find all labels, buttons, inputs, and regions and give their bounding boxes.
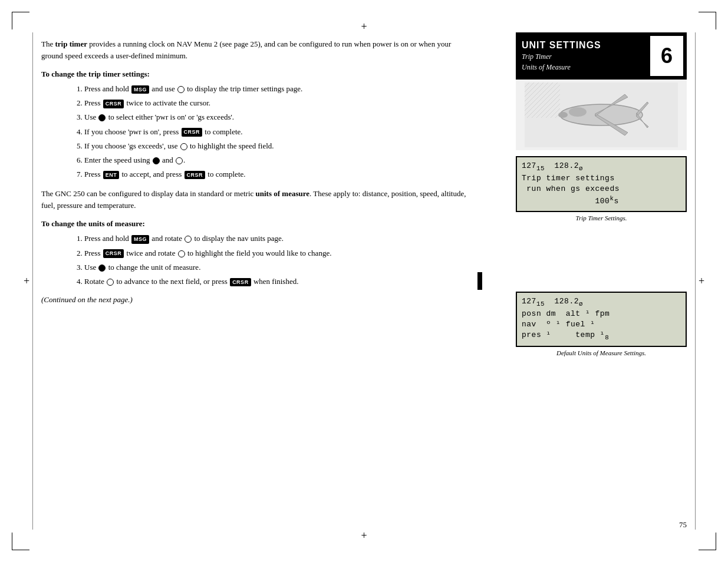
page-container: The trip timer provides a running clock …: [41, 32, 687, 530]
corner-mark-tr: [699, 12, 716, 29]
crosshair-right: [696, 275, 707, 287]
msg-badge-2: MSG: [131, 235, 149, 244]
left-margin-line: [32, 32, 33, 530]
filled-knob-1: [98, 114, 106, 121]
units-screen-container: 12715 128.2ø posn dm alt ¹ fpm nav º ¹ f…: [516, 292, 687, 365]
units-step-1: 1. Press and hold MSG and rotate to disp…: [77, 233, 469, 244]
trip-step-6: 6. Enter the speed using and .: [77, 155, 469, 166]
units-step-2: 2. Press CRSR twice and rotate to highli…: [77, 248, 469, 259]
section-subtitle-line2: Units of Measure: [522, 63, 641, 72]
circle-knob-1: [177, 86, 185, 93]
units-step-3: 3. Use to change the unit of measure.: [77, 262, 469, 273]
circle-knob-5: [178, 250, 185, 257]
units-heading: To change the units of measure:: [41, 219, 469, 229]
circle-knob-3: [176, 157, 183, 164]
crosshair-left: [21, 275, 32, 287]
trip-timer-caption: Trip Timer Settings.: [516, 214, 687, 222]
trip-timer-screen-container: 12715 128.2ø Trip timer settings run whe…: [516, 156, 687, 230]
trip-timer-heading: To change the trip timer settings:: [41, 70, 469, 79]
svg-point-8: [569, 107, 587, 117]
left-side-mark: [477, 272, 482, 290]
unit-settings-title: UNIT SETTINGS: [522, 40, 641, 51]
units-caption: Default Units of Measure Settings.: [516, 349, 687, 356]
crosshair-top: [358, 21, 370, 32]
section-number: 6: [661, 44, 673, 68]
filled-knob-2: [153, 157, 160, 164]
ent-badge: ENT: [103, 171, 120, 180]
trip-step-2: 2. Press CRSR twice to activate the curs…: [77, 98, 469, 108]
units-intro: The GNC 250 can be configured to display…: [41, 188, 469, 211]
page-number: 75: [679, 520, 687, 530]
crsr-badge-5: CRSR: [230, 278, 251, 287]
airplane-area: [516, 80, 687, 150]
continued-note: (Continued on the next page.): [41, 295, 469, 305]
corner-mark-tl: [12, 12, 29, 29]
trip-step-5: 5. If you choose 'gs exceeds', use to hi…: [77, 141, 469, 151]
crsr-badge-1: CRSR: [103, 100, 124, 108]
crsr-badge-3: CRSR: [185, 171, 206, 180]
trip-timer-lcd: 12715 128.2ø Trip timer settings run whe…: [516, 156, 687, 212]
corner-mark-bl: [12, 533, 29, 550]
trip-timer-steps: 1. Press and hold MSG and use to display…: [77, 84, 469, 180]
section-subtitle-line1: Trip Timer: [522, 52, 641, 61]
crsr-badge-4: CRSR: [103, 249, 124, 258]
section-number-box: 6: [649, 35, 684, 77]
left-column: The trip timer provides a running clock …: [41, 32, 475, 530]
right-column: UNIT SETTINGS Trip Timer Units of Measur…: [486, 32, 687, 530]
corner-mark-br: [699, 533, 716, 550]
circle-knob-2: [180, 143, 187, 150]
circle-knob-4: [185, 236, 192, 243]
intro-paragraph: The trip timer provides a running clock …: [41, 38, 469, 61]
trip-step-7: 7. Press ENT to accept, and press CRSR t…: [77, 169, 469, 180]
section-header-text: UNIT SETTINGS Trip Timer Units of Measur…: [516, 32, 647, 80]
crsr-badge-2: CRSR: [182, 128, 203, 137]
section-header: UNIT SETTINGS Trip Timer Units of Measur…: [516, 32, 687, 80]
filled-knob-3: [98, 265, 106, 272]
trip-step-1: 1. Press and hold MSG and use to display…: [77, 84, 469, 94]
crosshair-bottom: [358, 530, 370, 541]
circle-knob-6: [107, 279, 114, 286]
units-step-4: 4. Rotate to advance to the next field, …: [77, 276, 469, 287]
msg-badge: MSG: [131, 85, 149, 94]
airplane-illustration: [525, 82, 678, 147]
units-lcd: 12715 128.2ø posn dm alt ¹ fpm nav º ¹ f…: [516, 292, 687, 347]
trip-step-3: 3. Use to select either 'pwr is on' or '…: [77, 112, 469, 123]
trip-step-4: 4. If you choose 'pwr is on', press CRSR…: [77, 127, 469, 137]
units-steps: 1. Press and hold MSG and rotate to disp…: [77, 233, 469, 287]
right-margin-line: [695, 32, 696, 530]
svg-rect-9: [525, 82, 560, 118]
